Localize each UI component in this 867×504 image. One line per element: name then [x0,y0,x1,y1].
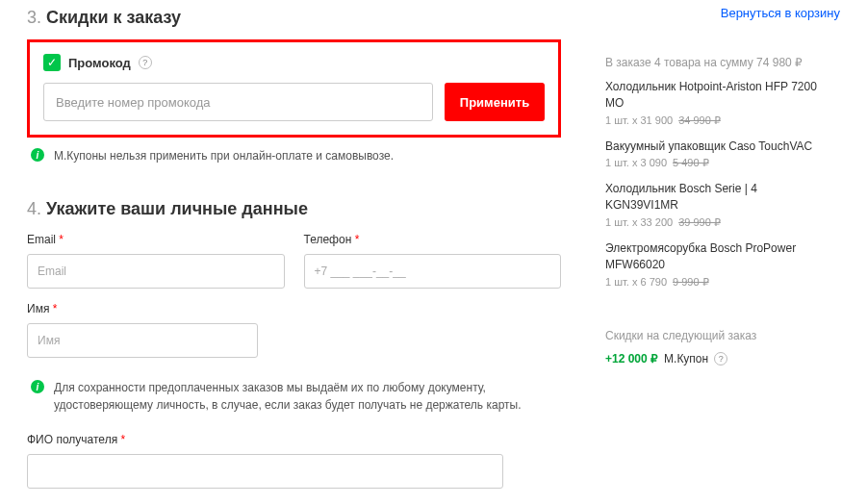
order-item: Холодильник Hotpoint-Ariston HFP 7200 MO… [605,79,825,127]
promo-code-input[interactable] [43,83,433,121]
info-icon: i [31,380,44,393]
phone-label: Телефон * [304,233,562,246]
order-summary-box: В заказе 4 товара на сумму 74 980 ₽ Холо… [590,42,840,379]
email-field[interactable] [27,254,285,289]
order-item: Холодильник Bosch Serie | 4 KGN39VI1MR 1… [605,181,825,229]
section-personal-title: 4. Укажите ваши личные данные [27,199,561,219]
section-discounts-title: 3. Скидки к заказу [27,8,561,28]
promo-code-box: ✓ Промокод ? Применить [27,39,561,138]
order-summary-text: В заказе 4 товара на сумму 74 980 ₽ [605,56,825,69]
email-label: Email * [27,233,285,246]
order-item: Вакуумный упаковщик Caso TouchVAC 1 шт. … [605,139,825,170]
info-icon: i [31,148,44,162]
apply-promo-button[interactable]: Применить [445,83,545,121]
fio-label: ФИО получателя * [27,433,503,446]
prepaid-order-info: i Для сохранности предоплаченных заказов… [31,379,550,414]
coupon-row: +12 000 ₽ М.Купон ? [605,352,825,365]
fio-field[interactable] [27,454,503,489]
coupon-restriction-info: i М.Купоны нельзя применить при онлайн-о… [31,147,561,164]
promo-label: Промокод [68,56,131,70]
next-order-discount-label: Скидки на следующий заказ [605,329,825,342]
help-icon[interactable]: ? [714,352,727,365]
order-item: Электромясорубка Bosch ProPower MFW66020… [605,240,825,289]
name-label: Имя * [27,302,258,315]
phone-field[interactable] [304,254,562,289]
help-icon[interactable]: ? [139,56,152,69]
coupon-amount: +12 000 ₽ [605,352,658,365]
back-to-cart-link[interactable]: Вернуться в корзину [721,6,840,20]
name-field[interactable] [27,323,258,358]
checkmark-icon: ✓ [43,54,61,71]
